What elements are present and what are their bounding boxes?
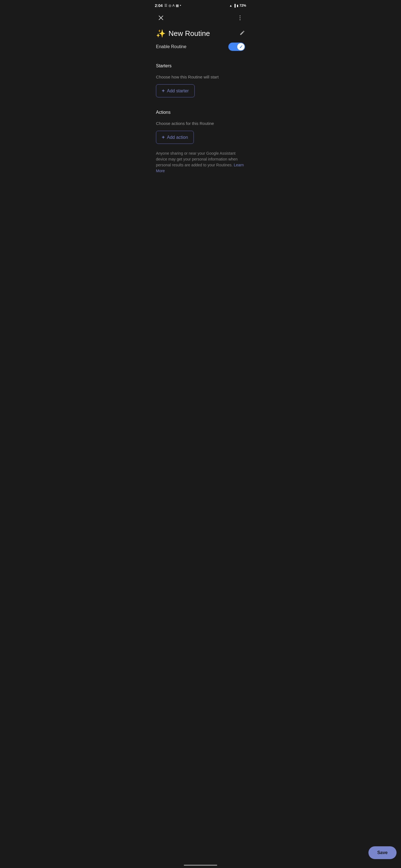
title-row: ✨ New Routine (156, 29, 245, 38)
toggle-track: ✓ (228, 42, 245, 51)
wifi-icon (229, 4, 232, 7)
add-starter-label: Add starter (167, 89, 189, 93)
timer-icon: ◎ (169, 4, 171, 7)
info-text: Anyone sharing or near your Google Assis… (156, 151, 245, 174)
info-text-main: Anyone sharing or near your Google Assis… (156, 151, 237, 167)
starters-header: Starters (156, 63, 245, 68)
more-options-button[interactable] (234, 12, 246, 24)
status-time: 2:04 (155, 3, 163, 8)
toggle-check-icon: ✓ (239, 44, 243, 50)
main-content: ✨ New Routine Enable Routine ✓ Starters … (150, 26, 251, 202)
edit-title-button[interactable] (239, 30, 245, 37)
actions-header: Actions (156, 110, 245, 115)
actions-description: Choose actions for this Routine (156, 121, 245, 126)
svg-point-2 (240, 20, 240, 20)
add-starter-button[interactable]: + Add starter (156, 84, 195, 97)
pencil-icon (239, 30, 245, 36)
add-action-plus-icon: + (162, 134, 165, 140)
enable-routine-label: Enable Routine (156, 44, 186, 49)
enable-routine-row: Enable Routine ✓ (156, 42, 245, 51)
close-icon (157, 14, 164, 21)
enable-routine-toggle[interactable]: ✓ (228, 42, 245, 51)
starters-description: Choose how this Routine will start (156, 74, 245, 80)
actions-divider (156, 104, 245, 104)
add-starter-plus-icon: + (162, 88, 165, 94)
svg-point-1 (240, 18, 240, 18)
toggle-thumb: ✓ (237, 43, 245, 50)
notification-icon: ☰ (164, 4, 167, 7)
close-button[interactable] (155, 12, 167, 24)
status-bar-left: 2:04 ☰ ◎ A ▦ • (155, 3, 181, 8)
signal-icon (233, 4, 236, 7)
add-action-label: Add action (167, 135, 188, 140)
status-bar: 2:04 ☰ ◎ A ▦ • 72% (150, 0, 251, 10)
status-icons: ☰ ◎ A ▦ • (164, 4, 181, 7)
calendar-icon: ▦ (176, 4, 179, 7)
more-options-icon (237, 14, 244, 21)
app-bar (150, 10, 251, 26)
starters-divider (156, 58, 245, 58)
dot-icon: • (180, 4, 181, 7)
svg-point-0 (240, 16, 240, 17)
battery-percent: 72% (239, 4, 246, 7)
routine-title: New Routine (169, 29, 237, 38)
font-icon: A (172, 4, 175, 7)
add-action-button[interactable]: + Add action (156, 131, 194, 144)
routine-icon: ✨ (156, 29, 166, 38)
status-bar-right: 72% (229, 4, 246, 7)
battery-icon (237, 4, 238, 7)
